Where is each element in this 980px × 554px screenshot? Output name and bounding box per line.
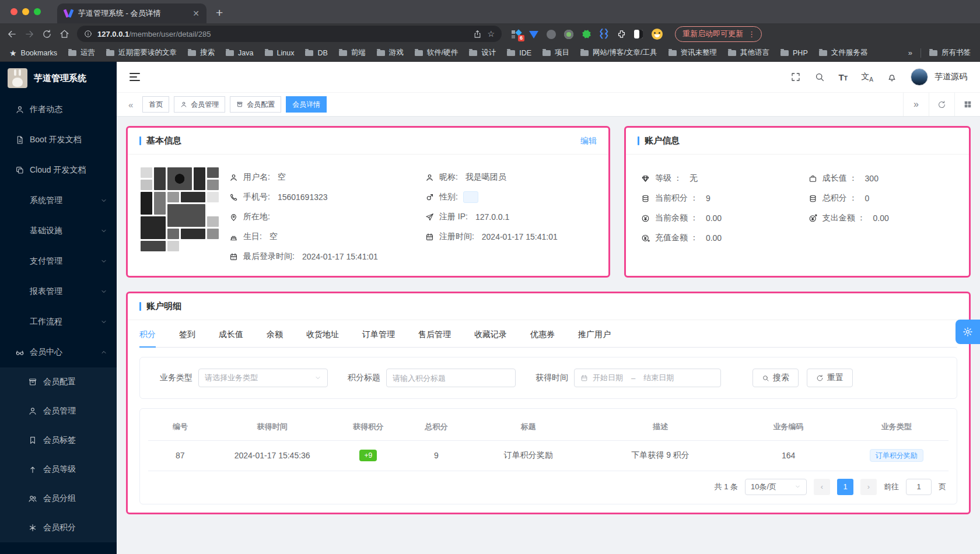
bookmark-folder-label: DB	[317, 49, 327, 57]
date-range-picker[interactable]: 开始日期 – 结束日期	[574, 369, 721, 387]
page-size-select[interactable]: 10条/页	[745, 479, 807, 495]
tag-member-config[interactable]: 会员配置	[230, 96, 281, 113]
window-zoom-button[interactable]	[34, 8, 41, 15]
bookmark-folder[interactable]: 近期需要读的文章	[106, 48, 177, 58]
fullscreen-button[interactable]	[790, 72, 801, 82]
tab-favorites[interactable]: 收藏记录	[474, 321, 507, 347]
username[interactable]: 芋道源码	[935, 72, 967, 82]
tab-points[interactable]: 积分	[139, 321, 156, 347]
collapse-menu-button[interactable]	[130, 73, 140, 81]
sidebar-item-member-config[interactable]: 会员配置	[0, 367, 117, 397]
biz-type-select[interactable]: 请选择业务类型	[198, 369, 328, 387]
reload-button[interactable]	[42, 29, 52, 39]
bookmark-star-icon[interactable]: ☆	[487, 29, 495, 38]
bookmark-folder[interactable]: 运营	[68, 48, 95, 58]
tab-promoter[interactable]: 推广用户	[578, 321, 611, 347]
bookmark-folder[interactable]: 资讯未整理	[668, 48, 718, 58]
translate-button[interactable]: 文A	[861, 72, 873, 83]
search-button[interactable]: 搜索	[752, 369, 799, 387]
notification-bell-icon[interactable]	[887, 72, 897, 82]
tag-member-manage[interactable]: 会员管理	[174, 96, 225, 113]
sidebar-item-member-level[interactable]: 会员等级	[0, 455, 117, 484]
site-info-icon[interactable]	[84, 30, 92, 38]
tab-balance[interactable]: 余额	[267, 321, 283, 347]
theme-settings-button[interactable]	[956, 320, 980, 344]
browser-tab[interactable]: 芋道管理系统 - 会员详情 ✕	[57, 3, 206, 23]
tab-signin[interactable]: 签到	[179, 321, 195, 347]
bookmark-folder[interactable]: 网站/博客/文章/工具	[580, 48, 657, 58]
prev-page-button[interactable]: ‹	[814, 479, 830, 495]
extension-layers-icon[interactable]: ❮❯❮❯	[599, 29, 609, 39]
back-button[interactable]	[7, 29, 17, 39]
home-button[interactable]	[60, 29, 69, 39]
user-avatar[interactable]	[911, 68, 928, 86]
extension-circle-icon[interactable]	[547, 29, 556, 39]
goto-page-input[interactable]	[906, 479, 932, 495]
bookmark-folder[interactable]: 其他语言	[728, 48, 769, 58]
bookmark-folder[interactable]: Java	[226, 49, 253, 57]
tab-address[interactable]: 收货地址	[306, 321, 339, 347]
bookmark-folder[interactable]: 设计	[469, 48, 496, 58]
extension-gem-icon[interactable]	[529, 29, 539, 39]
bookmark-folder[interactable]: PHP	[780, 49, 808, 57]
extension-dot-icon[interactable]	[564, 29, 574, 39]
bookmark-folder[interactable]: 游戏	[377, 48, 404, 58]
font-size-button[interactable]: TT	[838, 72, 848, 82]
tab-growth[interactable]: 成长值	[219, 321, 243, 347]
extension-blocks-icon[interactable]: 6	[512, 29, 522, 39]
profile-avatar[interactable]	[652, 29, 662, 39]
window-close-button[interactable]	[10, 8, 18, 15]
search-button[interactable]	[814, 72, 825, 82]
tags-scroll-left-button[interactable]: «	[124, 100, 138, 110]
point-title-input[interactable]	[386, 369, 516, 387]
bookmark-folder[interactable]: DB	[305, 49, 327, 57]
tags-refresh-button[interactable]	[929, 93, 954, 116]
app-logo[interactable]: 芋道管理系统	[0, 62, 117, 94]
extension-split-square-icon[interactable]	[634, 29, 644, 39]
sidebar-item-infra[interactable]: 基础设施	[0, 216, 117, 246]
sidebar-item-member-manage[interactable]: 会员管理	[0, 397, 117, 426]
tab-coupons[interactable]: 优惠券	[530, 321, 555, 347]
forward-button[interactable]	[24, 29, 34, 39]
update-button[interactable]: 重新启动即可更新 ⋮	[675, 26, 762, 42]
sidebar-item-report[interactable]: 报表管理	[0, 276, 117, 307]
window-minimize-button[interactable]	[22, 8, 29, 15]
sidebar-item-member-tag[interactable]: 会员标签	[0, 426, 117, 455]
all-bookmarks[interactable]: 所有书签	[929, 48, 971, 58]
page-1-button[interactable]: 1	[837, 479, 853, 495]
tag-home[interactable]: 首页	[142, 96, 169, 113]
bookmark-folder[interactable]: 软件/硬件	[415, 48, 458, 58]
sidebar-item-member-group[interactable]: 会员分组	[0, 484, 117, 513]
tab-aftersale[interactable]: 售后管理	[418, 321, 451, 347]
edit-button[interactable]: 编辑	[580, 136, 597, 146]
bookmark-folder[interactable]: 文件服务器	[819, 48, 868, 58]
bookmark-folder[interactable]: IDE	[507, 49, 531, 57]
tab-orders[interactable]: 订单管理	[362, 321, 395, 347]
next-page-button[interactable]: ›	[860, 479, 877, 495]
share-icon[interactable]	[473, 30, 482, 38]
bookmark-folder[interactable]: 搜索	[188, 48, 215, 58]
new-tab-button[interactable]: +	[216, 6, 223, 20]
bookmark-folder[interactable]: 前端	[339, 48, 366, 58]
tags-layout-grid-button[interactable]	[954, 93, 980, 116]
bookmark-folder[interactable]: Linux	[265, 49, 295, 57]
extensions-puzzle-icon[interactable]	[617, 29, 626, 39]
sidebar-item-cloud-docs[interactable]: Cloud 开发文档	[0, 155, 117, 185]
sidebar-item-member-point[interactable]: 会员积分	[0, 513, 117, 542]
sidebar-item-boot-docs[interactable]: Boot 开发文档	[0, 125, 117, 155]
bookmarks-overflow-chevron[interactable]: »	[908, 48, 912, 57]
reset-button[interactable]: 重置	[807, 369, 853, 387]
tab-close-icon[interactable]: ✕	[192, 9, 200, 18]
sidebar-item-member-center[interactable]: 会员中心	[0, 337, 117, 367]
sidebar-item-workflow[interactable]: 工作流程	[0, 307, 117, 337]
bookmarks-root[interactable]: ★Bookmarks	[9, 48, 57, 58]
tags-scroll-right-button[interactable]: »	[903, 93, 929, 116]
extension-star-icon[interactable]	[582, 29, 592, 39]
url-bar[interactable]: 127.0.0.1/member/user/detail/285 ☆	[77, 26, 502, 42]
sidebar-item-system[interactable]: 系统管理	[0, 185, 117, 216]
tag-member-detail[interactable]: 会员详情	[286, 96, 327, 113]
sidebar-item-author-news[interactable]: 作者动态	[0, 94, 117, 125]
browser-menu-kebab-icon[interactable]: ⋮	[748, 30, 755, 38]
sidebar-item-pay[interactable]: 支付管理	[0, 246, 117, 276]
bookmark-folder[interactable]: 项目	[542, 48, 569, 58]
